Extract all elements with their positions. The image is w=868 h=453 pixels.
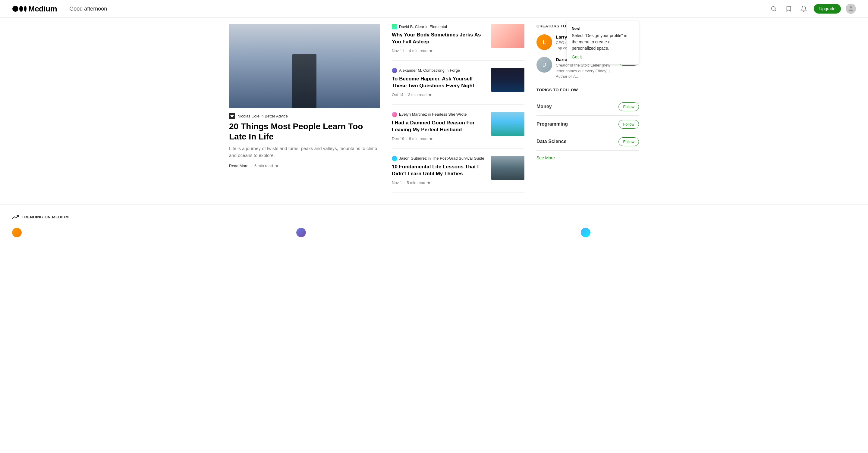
article-content: Jason Gutierrez in The Post-Grad Surviva… — [392, 156, 487, 185]
star-icon: ★ — [429, 48, 433, 53]
header-greeting: Good afternoon — [69, 6, 107, 12]
article-thumbnail — [491, 156, 524, 180]
article-author: Evelyn Martinez — [399, 112, 427, 117]
featured-author-name: Nicolas Cole — [238, 114, 259, 118]
featured-read-more[interactable]: Read More — [229, 164, 248, 168]
svg-point-5 — [849, 6, 852, 8]
bookmark-icon — [785, 5, 792, 12]
article-date: Nov 11 — [392, 48, 404, 53]
article-author-text: Evelyn Martinez in Fearless She Wrote — [399, 112, 467, 117]
article-author-text: David B. Clear in Elemental — [399, 24, 447, 29]
topic-name: Programming — [536, 121, 568, 127]
featured-author-line: Nicolas Cole in Better Advice — [229, 113, 380, 119]
bell-icon — [801, 5, 807, 12]
article-date: Nov 1 — [392, 181, 402, 185]
star-icon: ★ — [427, 181, 431, 185]
fearless-icon — [392, 112, 397, 117]
featured-image — [229, 24, 380, 108]
follow-money-button[interactable]: Follow — [618, 102, 639, 111]
featured-title: 20 Things Most People Learn Too Late In … — [229, 121, 380, 141]
article-item: Jason Gutierrez in The Post-Grad Surviva… — [392, 149, 524, 192]
larry-avatar: L — [536, 34, 552, 50]
article-author-line: David B. Clear in Elemental — [392, 24, 487, 29]
star-icon: ★ — [428, 93, 432, 97]
trending-avatar — [296, 228, 306, 237]
trending-icon — [12, 214, 19, 221]
trending-section: TRENDING ON MEDIUM — [0, 204, 868, 247]
article-title: I Had a Damned Good Reason For Leaving M… — [392, 120, 487, 133]
article-pub: Forge — [450, 68, 460, 73]
in-text: in — [261, 114, 265, 118]
star-icon: ★ — [429, 136, 433, 141]
elemental-icon — [392, 24, 397, 29]
upgrade-button[interactable]: Upgrade — [814, 4, 841, 13]
bookmarks-button[interactable] — [784, 4, 794, 14]
article-date: Dec 19 — [392, 136, 404, 141]
article-meta: Oct 14 · 3 min read ★ — [392, 93, 487, 97]
article-author: David B. Clear — [399, 24, 424, 29]
article-content: David B. Clear in Elemental Why Your Bod… — [392, 24, 487, 53]
article-read-time: 5 min read — [407, 181, 425, 185]
article-meta: Nov 11 · 4 min read ★ — [392, 48, 487, 53]
featured-read-time: 5 min read — [254, 164, 273, 168]
article-read-time: 8 min read — [409, 136, 427, 141]
tooltip-text: Select "Design your profile" in the menu… — [572, 33, 634, 52]
header-divider — [63, 4, 63, 13]
topic-item: Programming Follow — [536, 116, 639, 133]
article-title: 10 Fundamental Life Lessons That I Didn'… — [392, 164, 487, 177]
trending-avatar — [581, 228, 590, 237]
follow-programming-button[interactable]: Follow — [618, 120, 639, 129]
featured-excerpt: Life is a journey of twists and turns, p… — [229, 145, 380, 159]
featured-publication: Better Advice — [265, 114, 288, 118]
tooltip-got-it-button[interactable]: Got it — [572, 55, 582, 59]
topics-section: TOPICS TO FOLLOW Money Follow Programmin… — [536, 88, 639, 160]
svg-point-2 — [24, 6, 27, 12]
article-thumbnail — [491, 112, 524, 136]
topic-name: Data Science — [536, 139, 567, 144]
article-author: Alexander M. Combstrong — [399, 68, 444, 73]
article-item: Alexander M. Combstrong in Forge To Beco… — [392, 61, 524, 104]
trending-title: TRENDING ON MEDIUM — [22, 215, 69, 219]
article-author-text: Alexander M. Combstrong in Forge — [399, 68, 460, 73]
article-content: Alexander M. Combstrong in Forge To Beco… — [392, 68, 487, 97]
publication-icon — [229, 113, 235, 119]
profile-button[interactable] — [846, 4, 856, 14]
svg-point-0 — [12, 6, 19, 12]
article-title: To Become Happier, Ask Yourself These Tw… — [392, 75, 487, 90]
article-author-line: Jason Gutierrez in The Post-Grad Surviva… — [392, 156, 487, 161]
medium-logo-icon — [12, 4, 27, 13]
search-button[interactable] — [769, 4, 779, 14]
sidebar: New! Select "Design your profile" in the… — [536, 24, 639, 192]
forge-icon — [392, 68, 397, 73]
follow-datascience-button[interactable]: Follow — [618, 137, 639, 146]
notifications-button[interactable] — [799, 4, 809, 14]
article-pub: The Post-Grad Survival Guide — [432, 156, 484, 161]
svg-marker-6 — [230, 114, 234, 118]
better-advice-icon — [230, 114, 234, 118]
article-date: Oct 14 — [392, 93, 403, 97]
topic-item: Data Science Follow — [536, 133, 639, 151]
article-read-time: 4 min read — [409, 48, 427, 53]
trending-header: TRENDING ON MEDIUM — [12, 214, 856, 221]
see-more-button[interactable]: See More — [536, 155, 555, 160]
tooltip-new-badge: New! — [572, 27, 581, 31]
trending-item — [296, 228, 571, 237]
article-author-text: Jason Gutierrez in The Post-Grad Surviva… — [399, 156, 484, 161]
header-actions: Upgrade — [769, 4, 856, 14]
creator-bio: Creator of the Stoic Letter (new letter … — [556, 63, 615, 79]
trending-avatar — [12, 228, 22, 237]
postgrad-icon — [392, 156, 397, 161]
main-content: Nicolas Cole in Better Advice 20 Things … — [217, 18, 651, 198]
featured-meta: Read More · 5 min read ★ — [229, 164, 380, 168]
article-author: Jason Gutierrez — [399, 156, 427, 161]
article-item: Evelyn Martinez in Fearless She Wrote I … — [392, 104, 524, 149]
article-meta: Nov 1 · 5 min read ★ — [392, 181, 487, 185]
star-icon: ★ — [275, 164, 279, 168]
articles-list: David B. Clear in Elemental Why Your Bod… — [392, 24, 524, 192]
article-author-line: Alexander M. Combstrong in Forge — [392, 68, 487, 73]
svg-point-3 — [772, 7, 775, 10]
logo-text: Medium — [28, 4, 57, 13]
topics-section-title: TOPICS TO FOLLOW — [536, 88, 639, 92]
article-author-line: Evelyn Martinez in Fearless She Wrote — [392, 112, 487, 117]
article-meta: Dec 19 · 8 min read ★ — [392, 136, 487, 141]
